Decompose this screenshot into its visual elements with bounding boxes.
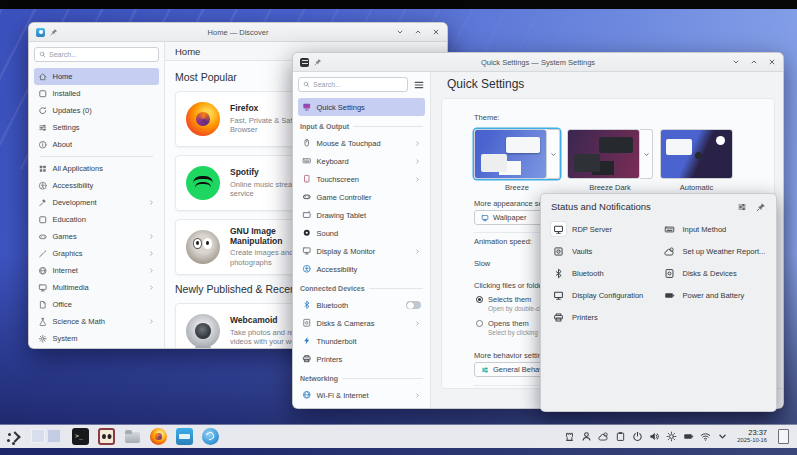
- status-item[interactable]: Input Method: [662, 222, 771, 236]
- chevron-right-icon: [414, 248, 421, 255]
- settings-nav-item[interactable]: Disks & Cameras: [298, 314, 425, 332]
- radio-selects-them[interactable]: [476, 296, 483, 303]
- settings-nav-item[interactable]: Wi-Fi & Internet: [298, 386, 425, 404]
- discover-nav-item[interactable]: Development: [34, 194, 159, 211]
- konsole-icon[interactable]: [72, 428, 89, 445]
- status-item[interactable]: Set up Weather Report...: [662, 244, 771, 258]
- teal-icon[interactable]: [202, 428, 219, 445]
- settings-nav-item[interactable]: Keyboard: [298, 152, 425, 170]
- status-item[interactable]: Bluetooth: [551, 266, 660, 280]
- chevron-down-icon: [550, 151, 557, 158]
- minimize-icon[interactable]: [396, 28, 404, 36]
- maximize-icon[interactable]: [750, 58, 758, 66]
- bluetooth-toggle[interactable]: [406, 301, 421, 309]
- discover-nav-item[interactable]: Games: [34, 228, 159, 245]
- radio-opens-them[interactable]: [476, 320, 483, 327]
- discover-nav-item[interactable]: Multimedia: [34, 279, 159, 296]
- status-item[interactable]: Vaults: [551, 244, 660, 258]
- taskbar: 23:37 2025-10-16: [0, 425, 797, 448]
- weather-icon[interactable]: [598, 431, 609, 442]
- pager-icon[interactable]: [31, 428, 63, 445]
- firefox-icon[interactable]: [150, 428, 167, 445]
- digital-clock[interactable]: 23:37 2025-10-16: [737, 429, 767, 443]
- settings-nav-item[interactable]: Bluetooth: [298, 296, 425, 314]
- discover-nav-item[interactable]: About: [34, 136, 159, 153]
- discover-nav-item[interactable]: All Applications: [34, 160, 159, 177]
- minimize-icon[interactable]: [732, 58, 740, 66]
- close-icon[interactable]: [432, 28, 440, 36]
- pin-icon[interactable]: [756, 202, 766, 212]
- status-item[interactable]: Disks & Devices: [662, 266, 771, 280]
- refresh-icon: [38, 106, 48, 116]
- settings-nav-item[interactable]: Online Accounts: [298, 404, 425, 409]
- status-item[interactable]: Printers: [551, 310, 660, 324]
- globe-icon: [302, 390, 312, 400]
- clipboard-icon[interactable]: [615, 431, 626, 442]
- discover-search[interactable]: [34, 47, 159, 62]
- theme-preview[interactable]: [474, 129, 547, 179]
- search-input[interactable]: [313, 81, 403, 88]
- sun-icon[interactable]: [666, 431, 677, 442]
- discover-nav-item[interactable]: Office: [34, 296, 159, 313]
- nav-item-label: Disks & Cameras: [317, 319, 375, 328]
- discover-nav-item[interactable]: Updates (0): [34, 102, 159, 119]
- status-item[interactable]: RDP Server: [551, 222, 660, 236]
- discover-nav-item[interactable]: Graphics: [34, 245, 159, 262]
- settings-nav-item[interactable]: Mouse & Touchpad: [298, 134, 425, 152]
- radio-opens-label: Opens them: [488, 319, 529, 328]
- chevron-right-icon: [414, 176, 421, 183]
- taskbar-apps: [5, 428, 219, 445]
- settings-nav-item[interactable]: Sound: [298, 224, 425, 242]
- maximize-icon[interactable]: [414, 28, 422, 36]
- theme-label: Theme:: [474, 113, 499, 122]
- theme-dropdown-button[interactable]: [640, 129, 653, 179]
- theme-option[interactable]: Automatic: [660, 129, 733, 192]
- theme-preview[interactable]: [567, 129, 640, 179]
- expand-icon[interactable]: [717, 431, 728, 442]
- discover-titlebar[interactable]: Home — Discover: [29, 23, 447, 42]
- user-icon[interactable]: [581, 431, 592, 442]
- power-icon[interactable]: [632, 431, 643, 442]
- settings-nav-item[interactable]: Thunderbolt: [298, 332, 425, 350]
- discover-nav-item[interactable]: Internet: [34, 262, 159, 279]
- theme-option[interactable]: Breeze Dark: [567, 129, 653, 192]
- theme-dropdown-button[interactable]: [547, 129, 560, 179]
- discover-nav-item[interactable]: Accessibility: [34, 177, 159, 194]
- bluebox-icon[interactable]: [176, 428, 193, 445]
- eyes-icon[interactable]: [98, 428, 115, 445]
- discover-nav-item[interactable]: System: [34, 330, 159, 347]
- settings-nav-item[interactable]: Quick Settings: [298, 98, 425, 116]
- settings-nav-item[interactable]: Touchscreen: [298, 170, 425, 188]
- status-item[interactable]: Display Configuration: [551, 288, 660, 302]
- search-input[interactable]: [49, 51, 154, 58]
- status-item[interactable]: Power and Battery: [662, 288, 771, 302]
- chevron-right-icon: [414, 392, 421, 399]
- close-icon[interactable]: [768, 58, 776, 66]
- discover-nav-item[interactable]: Installed: [34, 85, 159, 102]
- launcher-icon[interactable]: [5, 428, 22, 445]
- settings-nav-item[interactable]: Printers: [298, 350, 425, 368]
- pin-icon[interactable]: [50, 28, 58, 36]
- hamburger-menu-icon[interactable]: [413, 79, 425, 91]
- discover-nav-item[interactable]: Home: [34, 68, 159, 85]
- settings-titlebar[interactable]: Quick Settings — System Settings: [293, 53, 783, 72]
- pin-icon[interactable]: [314, 58, 322, 66]
- dolphin-icon[interactable]: [124, 428, 141, 445]
- settings-nav-item[interactable]: Game Controller: [298, 188, 425, 206]
- theme-option[interactable]: Breeze: [474, 129, 560, 192]
- theme-preview[interactable]: [660, 129, 733, 179]
- search-icon: [303, 81, 310, 88]
- settings-nav-item[interactable]: Display & Monitor: [298, 242, 425, 260]
- wifi-icon[interactable]: [700, 431, 711, 442]
- settings-nav-item[interactable]: Drawing Tablet: [298, 206, 425, 224]
- configure-icon[interactable]: [737, 202, 747, 212]
- settings-search[interactable]: [298, 77, 408, 92]
- battery-icon[interactable]: [683, 431, 694, 442]
- server-icon[interactable]: [564, 431, 575, 442]
- discover-nav-item[interactable]: Settings: [34, 119, 159, 136]
- volume-icon[interactable]: [649, 431, 660, 442]
- settings-nav-item[interactable]: Accessibility: [298, 260, 425, 278]
- peek-at-desktop-button[interactable]: [778, 429, 789, 444]
- discover-nav-item[interactable]: Education: [34, 211, 159, 228]
- discover-nav-item[interactable]: Science & Math: [34, 313, 159, 330]
